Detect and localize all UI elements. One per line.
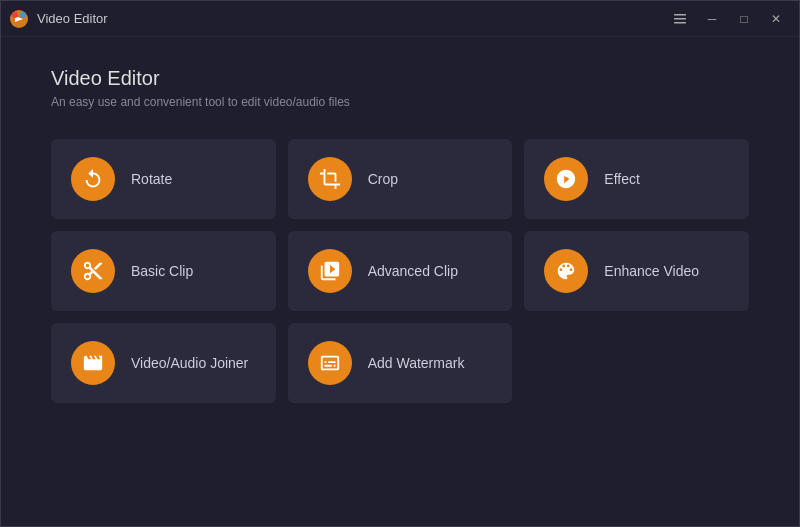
main-window: Video Editor ─ □ ✕ Video Editor An easy … [0, 0, 800, 527]
page-title: Video Editor [51, 67, 749, 90]
tool-card-advanced-clip[interactable]: Advanced Clip [288, 231, 513, 311]
advanced-clip-icon-circle [308, 249, 352, 293]
enhance-video-label: Enhance Video [604, 262, 699, 280]
tool-card-basic-clip[interactable]: Basic Clip [51, 231, 276, 311]
crop-label: Crop [368, 170, 398, 188]
window-title: Video Editor [37, 11, 665, 26]
rotate-label: Rotate [131, 170, 172, 188]
palette-icon [555, 260, 577, 282]
add-watermark-label: Add Watermark [368, 354, 465, 372]
tools-grid: Rotate Crop [51, 139, 749, 403]
basic-clip-label: Basic Clip [131, 262, 193, 280]
menu-button[interactable] [665, 7, 695, 31]
minimize-button[interactable]: ─ [697, 7, 727, 31]
tool-card-enhance-video[interactable]: Enhance Video [524, 231, 749, 311]
tool-card-video-audio-joiner[interactable]: Video/Audio Joiner [51, 323, 276, 403]
app-logo [9, 9, 29, 29]
basic-clip-icon-circle [71, 249, 115, 293]
svg-point-8 [568, 179, 572, 183]
page-subtitle: An easy use and convenient tool to edit … [51, 95, 749, 109]
advanced-clip-icon [319, 260, 341, 282]
video-audio-joiner-label: Video/Audio Joiner [131, 354, 248, 372]
tool-card-crop[interactable]: Crop [288, 139, 513, 219]
rotate-icon-circle [71, 157, 115, 201]
effect-icon [555, 168, 577, 190]
svg-point-2 [12, 12, 18, 18]
svg-rect-3 [674, 14, 686, 16]
effect-label: Effect [604, 170, 640, 188]
tool-card-add-watermark[interactable]: Add Watermark [288, 323, 513, 403]
tool-card-effect[interactable]: Effect [524, 139, 749, 219]
svg-point-7 [561, 179, 565, 183]
window-controls: ─ □ ✕ [665, 7, 791, 31]
effect-icon-circle [544, 157, 588, 201]
titlebar: Video Editor ─ □ ✕ [1, 1, 799, 37]
advanced-clip-label: Advanced Clip [368, 262, 458, 280]
main-content: Video Editor An easy use and convenient … [1, 37, 799, 526]
watermark-icon [319, 352, 341, 374]
page-header: Video Editor An easy use and convenient … [51, 67, 749, 109]
rotate-icon [82, 168, 104, 190]
svg-rect-4 [674, 18, 686, 20]
enhance-video-icon-circle [544, 249, 588, 293]
maximize-button[interactable]: □ [729, 7, 759, 31]
svg-rect-5 [674, 22, 686, 24]
scissors-icon [82, 260, 104, 282]
svg-point-6 [564, 174, 568, 178]
add-watermark-icon-circle [308, 341, 352, 385]
crop-icon-circle [308, 157, 352, 201]
crop-icon [319, 168, 341, 190]
film-icon [82, 352, 104, 374]
video-audio-joiner-icon-circle [71, 341, 115, 385]
svg-point-1 [20, 12, 26, 18]
tool-card-rotate[interactable]: Rotate [51, 139, 276, 219]
close-button[interactable]: ✕ [761, 7, 791, 31]
